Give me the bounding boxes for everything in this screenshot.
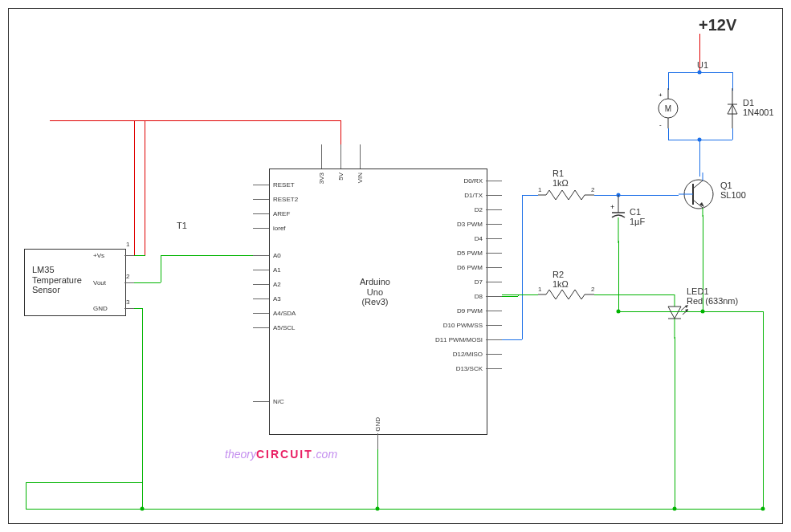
pin-label: A1 [273,266,281,274]
pin-stub [486,267,502,268]
pin-label: D10 PWM/SS [438,322,483,329]
wire [142,308,143,509]
pin-stub [486,224,502,225]
label-d1-val: 1N4001 [743,108,774,118]
pin-label: D7 [446,278,483,286]
wire [145,120,145,255]
pin-stub [253,298,269,299]
pin-stub [253,284,269,285]
label-r2-val: 1kΩ [552,279,569,290]
pin-stub [377,433,378,449]
wire [134,255,145,256]
pin-3v3: 3V3 [318,173,325,184]
pin-label: GND [374,417,381,432]
junction [376,507,380,511]
svg-text:+: + [610,203,614,211]
pin-stub [486,238,502,239]
pin-stub [253,313,269,314]
pin-label: D3 PWM [446,221,483,228]
label-led1-val: Red (633nm) [687,296,738,307]
label-12v: +12V [699,16,736,35]
resistor-r2-icon [538,289,594,300]
wire [703,311,763,312]
pin-stub [486,181,502,181]
label-c1-val: 1µF [630,217,645,227]
wire [502,339,522,340]
pin-stub [486,282,502,282]
wire [161,255,253,256]
pin-label: D1/TX [446,192,483,199]
pin-stub [124,282,134,283]
label-q1-ref: Q1 [720,181,732,191]
pin-stub [360,144,361,169]
wire [134,120,135,255]
pin-label: D13/SCK [438,365,483,372]
label-t1: T1 [177,221,187,231]
pin-stub [253,270,269,270]
wire [668,72,669,90]
pin-vin: VIN [357,173,364,183]
junction [701,310,705,314]
svg-text:+: + [658,91,663,99]
logo: theoryCIRCUIT.com [225,448,337,461]
wire [134,120,340,121]
junction [761,507,765,511]
label-u1: U1 [697,60,708,71]
wire [594,294,675,295]
pin-label: D6 PWM [446,264,483,271]
wire [594,195,679,196]
pin-stub [253,401,269,402]
pin-stub [253,255,269,256]
pin-label: N/C [273,398,284,405]
pin-label: D2 [446,206,483,213]
wire [732,128,733,140]
pin-stub [253,213,269,214]
pin-stub [486,325,502,326]
pin-label: +Vs [93,252,104,259]
schematic-canvas: +12V U1 M + - D1 1N4001 Q1 SL100 [0,0,791,532]
label-r1-val: 1kΩ [552,178,569,189]
wire [618,311,703,312]
wire [618,241,619,311]
svg-text:-: - [659,121,662,128]
pin-stub [321,144,322,169]
pin-label: Vout [93,279,106,286]
wire [518,294,538,295]
wire [50,120,145,121]
svg-marker-22 [668,307,681,319]
pin-label: D5 PWM [446,250,483,257]
wire [502,296,518,297]
wire [134,308,142,309]
pin-stub [486,209,502,210]
svg-text:M: M [665,104,671,113]
wire [134,282,161,283]
ground-bus [26,509,763,510]
pin-label: A2 [273,281,281,288]
pin-stub [253,185,269,185]
pin-stub [486,195,502,196]
transistor-icon [679,173,719,217]
pin-label: RESET [273,181,295,189]
pin-label: RESET2 [273,196,298,203]
pin-stub [486,368,502,369]
wire [763,311,764,509]
pin-label: D0/RX [446,177,483,185]
pin-label: GND [93,305,108,312]
wire [522,195,523,339]
svg-marker-15 [699,202,704,207]
pin-label: D4 [446,235,483,242]
wire-to-collector [699,140,700,177]
junction [698,71,702,75]
pin-5v: 5V [337,173,345,181]
label-r2-ref: R2 [552,270,564,280]
pin-label: AREF [273,210,290,217]
logo-part-b: CIRCUIT [256,448,313,461]
wire [668,128,669,140]
pin-stub [486,354,502,355]
pin-label: ioref [273,225,286,232]
pin-label: D12/MISO [438,351,483,358]
pin-label: A0 [273,252,281,259]
label-r1-ref: R1 [552,169,564,179]
pin-stub [486,339,502,340]
pin-stub [486,311,502,311]
